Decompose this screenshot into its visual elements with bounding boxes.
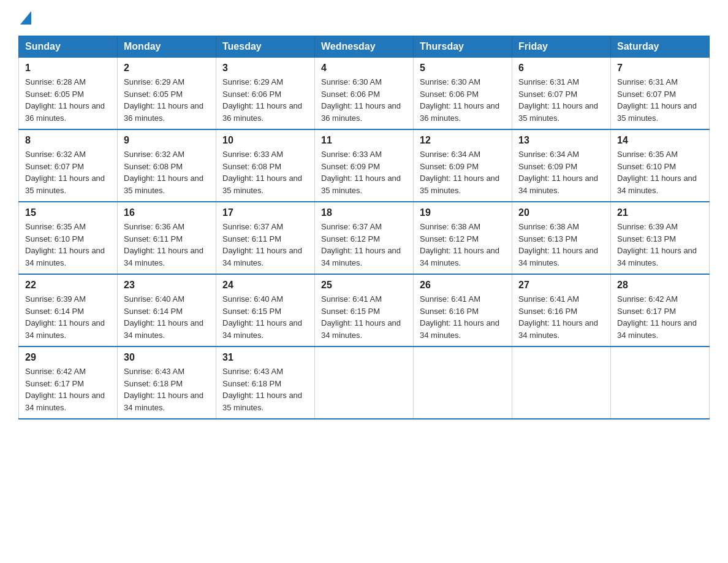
day-info: Sunrise: 6:43 AMSunset: 6:18 PMDaylight:… <box>124 367 203 412</box>
calendar-day-cell: 16 Sunrise: 6:36 AMSunset: 6:11 PMDaylig… <box>118 202 216 274</box>
day-number: 15 <box>25 207 111 218</box>
weekday-header-monday: Monday <box>118 36 216 58</box>
day-info: Sunrise: 6:42 AMSunset: 6:17 PMDaylight:… <box>25 367 105 412</box>
calendar-day-cell: 24 Sunrise: 6:40 AMSunset: 6:15 PMDaylig… <box>216 274 315 347</box>
day-number: 11 <box>321 135 407 146</box>
day-info: Sunrise: 6:34 AMSunset: 6:09 PMDaylight:… <box>420 150 499 195</box>
day-number: 1 <box>25 63 111 74</box>
day-number: 31 <box>222 352 308 363</box>
calendar-table: SundayMondayTuesdayWednesdayThursdayFrid… <box>18 36 710 419</box>
calendar-day-cell: 22 Sunrise: 6:39 AMSunset: 6:14 PMDaylig… <box>19 274 118 347</box>
day-info: Sunrise: 6:34 AMSunset: 6:09 PMDaylight:… <box>518 150 598 195</box>
day-number: 5 <box>420 63 506 74</box>
day-info: Sunrise: 6:37 AMSunset: 6:12 PMDaylight:… <box>321 222 401 267</box>
day-info: Sunrise: 6:39 AMSunset: 6:13 PMDaylight:… <box>617 222 697 267</box>
day-info: Sunrise: 6:29 AMSunset: 6:06 PMDaylight:… <box>222 77 302 123</box>
day-number: 24 <box>222 280 308 291</box>
day-number: 29 <box>25 352 111 363</box>
calendar-week-row: 8 Sunrise: 6:32 AMSunset: 6:07 PMDayligh… <box>19 129 710 202</box>
day-number: 8 <box>25 135 111 146</box>
day-info: Sunrise: 6:32 AMSunset: 6:08 PMDaylight:… <box>124 150 203 195</box>
day-info: Sunrise: 6:28 AMSunset: 6:05 PMDaylight:… <box>25 77 105 123</box>
weekday-header-thursday: Thursday <box>414 36 512 58</box>
day-info: Sunrise: 6:30 AMSunset: 6:06 PMDaylight:… <box>420 77 499 123</box>
calendar-day-cell: 20 Sunrise: 6:38 AMSunset: 6:13 PMDaylig… <box>512 202 611 274</box>
day-number: 17 <box>222 207 308 218</box>
day-info: Sunrise: 6:40 AMSunset: 6:14 PMDaylight:… <box>124 294 203 340</box>
calendar-day-cell: 8 Sunrise: 6:32 AMSunset: 6:07 PMDayligh… <box>19 129 118 202</box>
calendar-day-cell: 12 Sunrise: 6:34 AMSunset: 6:09 PMDaylig… <box>414 129 512 202</box>
day-number: 3 <box>222 63 308 74</box>
calendar-day-cell: 10 Sunrise: 6:33 AMSunset: 6:08 PMDaylig… <box>216 129 315 202</box>
day-number: 6 <box>518 63 604 74</box>
calendar-week-row: 29 Sunrise: 6:42 AMSunset: 6:17 PMDaylig… <box>19 347 710 419</box>
day-number: 13 <box>518 135 604 146</box>
calendar-day-cell: 23 Sunrise: 6:40 AMSunset: 6:14 PMDaylig… <box>118 274 216 347</box>
day-info: Sunrise: 6:40 AMSunset: 6:15 PMDaylight:… <box>222 294 302 340</box>
day-info: Sunrise: 6:38 AMSunset: 6:13 PMDaylight:… <box>518 222 598 267</box>
day-info: Sunrise: 6:29 AMSunset: 6:05 PMDaylight:… <box>124 77 203 123</box>
day-number: 30 <box>124 352 210 363</box>
weekday-header-sunday: Sunday <box>19 36 118 58</box>
weekday-header-wednesday: Wednesday <box>315 36 414 58</box>
calendar-day-cell: 17 Sunrise: 6:37 AMSunset: 6:11 PMDaylig… <box>216 202 315 274</box>
day-info: Sunrise: 6:30 AMSunset: 6:06 PMDaylight:… <box>321 77 401 123</box>
calendar-day-cell <box>512 347 611 419</box>
day-number: 7 <box>617 63 703 74</box>
page-header <box>18 12 710 25</box>
calendar-day-cell <box>611 347 710 419</box>
day-info: Sunrise: 6:36 AMSunset: 6:11 PMDaylight:… <box>124 222 203 267</box>
calendar-day-cell: 11 Sunrise: 6:33 AMSunset: 6:09 PMDaylig… <box>315 129 414 202</box>
day-info: Sunrise: 6:39 AMSunset: 6:14 PMDaylight:… <box>25 294 105 340</box>
day-number: 23 <box>124 280 210 291</box>
day-number: 16 <box>124 207 210 218</box>
day-number: 27 <box>518 280 604 291</box>
calendar-day-cell: 9 Sunrise: 6:32 AMSunset: 6:08 PMDayligh… <box>118 129 216 202</box>
day-number: 20 <box>518 207 604 218</box>
calendar-day-cell: 27 Sunrise: 6:41 AMSunset: 6:16 PMDaylig… <box>512 274 611 347</box>
day-info: Sunrise: 6:31 AMSunset: 6:07 PMDaylight:… <box>617 77 697 123</box>
calendar-day-cell: 6 Sunrise: 6:31 AMSunset: 6:07 PMDayligh… <box>512 58 611 130</box>
weekday-header-friday: Friday <box>512 36 611 58</box>
day-number: 26 <box>420 280 506 291</box>
calendar-week-row: 1 Sunrise: 6:28 AMSunset: 6:05 PMDayligh… <box>19 58 710 130</box>
calendar-day-cell <box>315 347 414 419</box>
calendar-day-cell: 5 Sunrise: 6:30 AMSunset: 6:06 PMDayligh… <box>414 58 512 130</box>
day-info: Sunrise: 6:33 AMSunset: 6:09 PMDaylight:… <box>321 150 401 195</box>
day-info: Sunrise: 6:32 AMSunset: 6:07 PMDaylight:… <box>25 150 105 195</box>
logo-triangle-icon <box>20 11 31 25</box>
day-info: Sunrise: 6:38 AMSunset: 6:12 PMDaylight:… <box>420 222 499 267</box>
day-number: 21 <box>617 207 703 218</box>
day-info: Sunrise: 6:35 AMSunset: 6:10 PMDaylight:… <box>25 222 105 267</box>
calendar-day-cell: 2 Sunrise: 6:29 AMSunset: 6:05 PMDayligh… <box>118 58 216 130</box>
weekday-header-tuesday: Tuesday <box>216 36 315 58</box>
day-number: 9 <box>124 135 210 146</box>
day-info: Sunrise: 6:37 AMSunset: 6:11 PMDaylight:… <box>222 222 302 267</box>
calendar-day-cell: 25 Sunrise: 6:41 AMSunset: 6:15 PMDaylig… <box>315 274 414 347</box>
day-number: 22 <box>25 280 111 291</box>
calendar-day-cell: 29 Sunrise: 6:42 AMSunset: 6:17 PMDaylig… <box>19 347 118 419</box>
calendar-day-cell: 30 Sunrise: 6:43 AMSunset: 6:18 PMDaylig… <box>118 347 216 419</box>
day-info: Sunrise: 6:35 AMSunset: 6:10 PMDaylight:… <box>617 150 697 195</box>
day-number: 4 <box>321 63 407 74</box>
calendar-day-cell: 31 Sunrise: 6:43 AMSunset: 6:18 PMDaylig… <box>216 347 315 419</box>
day-info: Sunrise: 6:41 AMSunset: 6:15 PMDaylight:… <box>321 294 401 340</box>
calendar-day-cell: 18 Sunrise: 6:37 AMSunset: 6:12 PMDaylig… <box>315 202 414 274</box>
calendar-week-row: 22 Sunrise: 6:39 AMSunset: 6:14 PMDaylig… <box>19 274 710 347</box>
calendar-day-cell: 14 Sunrise: 6:35 AMSunset: 6:10 PMDaylig… <box>611 129 710 202</box>
day-number: 25 <box>321 280 407 291</box>
day-number: 28 <box>617 280 703 291</box>
day-number: 14 <box>617 135 703 146</box>
day-number: 18 <box>321 207 407 218</box>
calendar-day-cell: 21 Sunrise: 6:39 AMSunset: 6:13 PMDaylig… <box>611 202 710 274</box>
calendar-day-cell: 28 Sunrise: 6:42 AMSunset: 6:17 PMDaylig… <box>611 274 710 347</box>
calendar-day-cell: 3 Sunrise: 6:29 AMSunset: 6:06 PMDayligh… <box>216 58 315 130</box>
day-info: Sunrise: 6:42 AMSunset: 6:17 PMDaylight:… <box>617 294 697 340</box>
day-info: Sunrise: 6:31 AMSunset: 6:07 PMDaylight:… <box>518 77 598 123</box>
calendar-day-cell: 19 Sunrise: 6:38 AMSunset: 6:12 PMDaylig… <box>414 202 512 274</box>
calendar-day-cell: 7 Sunrise: 6:31 AMSunset: 6:07 PMDayligh… <box>611 58 710 130</box>
weekday-header-row: SundayMondayTuesdayWednesdayThursdayFrid… <box>19 36 710 58</box>
calendar-day-cell: 13 Sunrise: 6:34 AMSunset: 6:09 PMDaylig… <box>512 129 611 202</box>
day-info: Sunrise: 6:43 AMSunset: 6:18 PMDaylight:… <box>222 367 302 412</box>
calendar-day-cell: 1 Sunrise: 6:28 AMSunset: 6:05 PMDayligh… <box>19 58 118 130</box>
